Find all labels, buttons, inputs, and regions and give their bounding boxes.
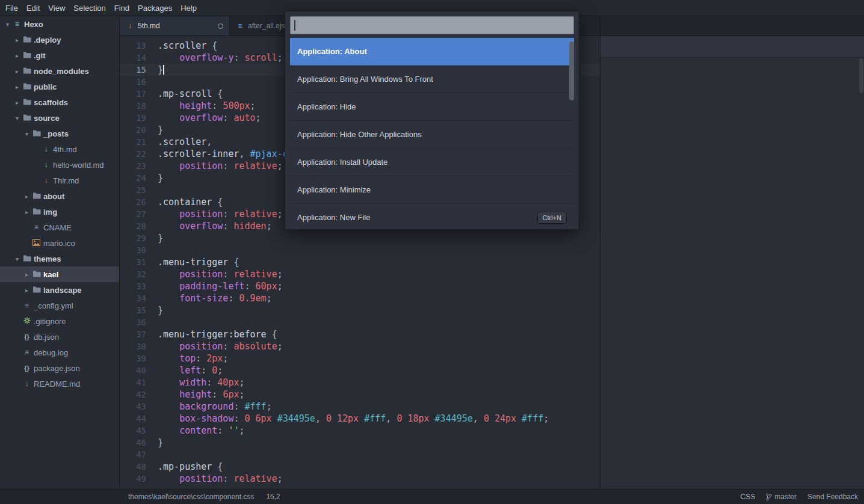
palette-item-application-bring-all-windows-to-front[interactable]: Application: Bring All Windows To Front bbox=[290, 66, 574, 93]
tree-item-config-yml[interactable]: ≡_config.yml bbox=[0, 298, 119, 313]
tree-item-deploy[interactable]: ▸.deploy bbox=[0, 32, 119, 48]
menu-item-edit[interactable]: Edit bbox=[22, 0, 44, 16]
code-line-41[interactable]: 41 width: 40px; bbox=[120, 376, 600, 389]
line-text: .menu-trigger:before { bbox=[146, 328, 277, 340]
tree-item-mario-ico[interactable]: mario.ico bbox=[0, 235, 119, 251]
line-text: padding-left: 60px; bbox=[146, 280, 283, 292]
code-line-35[interactable]: 35} bbox=[120, 304, 600, 316]
text-cursor bbox=[294, 20, 295, 31]
code-line-45[interactable]: 45 content: ''; bbox=[120, 425, 600, 437]
code-line-46[interactable]: 46} bbox=[120, 437, 600, 449]
code-line-44[interactable]: 44 box-shadow: 0 6px #34495e, 0 12px #ff… bbox=[120, 413, 600, 425]
file-tree: ▾≡Hexo▸.deploy▸.git▸node_modules▸public▸… bbox=[0, 16, 119, 392]
menu-item-view[interactable]: View bbox=[44, 0, 69, 16]
tree-item-scaffolds[interactable]: ▸scaffolds bbox=[0, 94, 119, 110]
git-branch[interactable]: master bbox=[766, 493, 797, 501]
grammar-indicator[interactable]: CSS bbox=[741, 493, 756, 501]
tree-item-hexo[interactable]: ▾≡Hexo bbox=[0, 16, 119, 32]
command-palette-input[interactable] bbox=[290, 16, 574, 34]
code-line-37[interactable]: 37.menu-trigger:before { bbox=[120, 328, 600, 340]
palette-item-application-hide-other-applications[interactable]: Application: Hide Other Applications bbox=[290, 121, 574, 149]
palette-item-application-about[interactable]: Application: About bbox=[290, 38, 574, 66]
palette-scrollbar[interactable] bbox=[569, 41, 574, 100]
tree-item-kael[interactable]: ▸kael bbox=[0, 266, 119, 282]
code-line-38[interactable]: 38 position: absolute; bbox=[120, 340, 600, 352]
status-bar: themes\kael\source\css\component.css 15,… bbox=[0, 489, 864, 504]
tree-item-themes[interactable]: ▾themes bbox=[0, 251, 119, 266]
code-line-39[interactable]: 39 top: 2px; bbox=[120, 352, 600, 364]
tab-5th-md[interactable]: ↓5th.md bbox=[120, 16, 230, 35]
tree-item-label: img bbox=[43, 207, 57, 217]
code-line-43[interactable]: 43 background: #fff; bbox=[120, 401, 600, 413]
tree-item-readme-md[interactable]: ↓README.md bbox=[0, 376, 119, 392]
code-line-29[interactable]: 29} bbox=[120, 232, 600, 244]
tree-item-db-json[interactable]: {}db.json bbox=[0, 329, 119, 345]
palette-item-label: Application: Bring All Windows To Front bbox=[297, 75, 433, 84]
tree-item-img[interactable]: ▸img bbox=[0, 204, 119, 220]
code-line-49[interactable]: 49 position: relative; bbox=[120, 473, 600, 485]
json-icon: {} bbox=[21, 364, 32, 372]
chevron-down-icon: ▾ bbox=[13, 256, 21, 262]
chevron-down-icon: ▾ bbox=[23, 131, 31, 137]
tree-item-label: CNAME bbox=[43, 223, 72, 232]
cursor-position[interactable]: 15,2 bbox=[266, 493, 280, 501]
line-text: content: ''; bbox=[146, 425, 245, 437]
line-number: 23 bbox=[120, 160, 146, 172]
menu-item-find[interactable]: Find bbox=[110, 0, 134, 16]
modified-indicator[interactable] bbox=[218, 23, 223, 29]
palette-item-application-hide[interactable]: Application: Hide bbox=[290, 93, 574, 121]
tree-item-package-json[interactable]: {}package.json bbox=[0, 360, 119, 376]
tree-item-debug-log[interactable]: ≡debug.log bbox=[0, 345, 119, 360]
tree-view-panel: ▾≡Hexo▸.deploy▸.git▸node_modules▸public▸… bbox=[0, 16, 120, 489]
code-line-47[interactable]: 47 bbox=[120, 449, 600, 461]
code-line-42[interactable]: 42 height: 6px; bbox=[120, 389, 600, 401]
tree-item-cname[interactable]: ≡CNAME bbox=[0, 220, 119, 235]
markdown-icon: ↓ bbox=[21, 380, 32, 387]
menu-item-file[interactable]: File bbox=[1, 0, 22, 16]
tree-item-landscape[interactable]: ▸landscape bbox=[0, 282, 119, 298]
palette-item-application-minimize[interactable]: Application: Minimize bbox=[290, 176, 574, 204]
line-text: width: 40px; bbox=[146, 376, 245, 389]
code-line-36[interactable]: 36 bbox=[120, 316, 600, 328]
line-number: 22 bbox=[120, 148, 146, 160]
code-line-40[interactable]: 40 left: 0; bbox=[120, 364, 600, 376]
tree-item-thir-md[interactable]: ↓Thir.md bbox=[0, 173, 119, 188]
palette-item-application-new-file[interactable]: Application: New FileCtrl+N bbox=[290, 204, 574, 230]
tree-item-label: landscape bbox=[43, 286, 82, 295]
code-line-48[interactable]: 48.mp-pusher { bbox=[120, 461, 600, 473]
right-editor-pane[interactable] bbox=[600, 16, 864, 489]
line-number: 13 bbox=[120, 40, 146, 52]
file-path: themes\kael\source\css\component.css bbox=[128, 493, 254, 501]
line-number: 15 bbox=[120, 64, 146, 76]
tree-item-node-modules[interactable]: ▸node_modules bbox=[0, 63, 119, 79]
line-text: background: #fff; bbox=[146, 401, 272, 413]
menu-item-packages[interactable]: Packages bbox=[134, 0, 176, 16]
tree-item-public[interactable]: ▸public bbox=[0, 79, 119, 94]
tree-item-git[interactable]: ▸.git bbox=[0, 48, 119, 63]
tree-item-label: public bbox=[34, 82, 57, 91]
tree-item-label: hello-world.md bbox=[53, 161, 104, 170]
line-number: 41 bbox=[120, 376, 146, 389]
palette-item-application-install-update[interactable]: Application: Install Update bbox=[290, 149, 574, 176]
code-line-30[interactable]: 30 bbox=[120, 244, 600, 256]
code-line-31[interactable]: 31.menu-trigger { bbox=[120, 256, 600, 268]
folder-icon bbox=[21, 67, 32, 75]
line-number: 40 bbox=[120, 364, 146, 376]
tree-item-label: README.md bbox=[34, 380, 80, 389]
send-feedback[interactable]: Send Feedback bbox=[807, 493, 858, 501]
menu-item-help[interactable]: Help bbox=[176, 0, 201, 16]
line-text bbox=[146, 184, 158, 196]
code-line-34[interactable]: 34 font-size: 0.9em; bbox=[120, 292, 600, 304]
folder-icon bbox=[21, 254, 32, 263]
tree-item-gitignore[interactable]: .gitignore bbox=[0, 313, 119, 329]
tree-item-4th-md[interactable]: ↓4th.md bbox=[0, 141, 119, 157]
code-line-33[interactable]: 33 padding-left: 60px; bbox=[120, 280, 600, 292]
code-line-32[interactable]: 32 position: relative; bbox=[120, 268, 600, 280]
right-scrollbar[interactable] bbox=[859, 58, 863, 93]
tree-item-posts[interactable]: ▾_posts bbox=[0, 126, 119, 141]
tree-item-source[interactable]: ▾source bbox=[0, 110, 119, 126]
line-text: overflow-y: scroll; bbox=[146, 52, 283, 64]
menu-item-selection[interactable]: Selection bbox=[69, 0, 110, 16]
tree-item-hello-world-md[interactable]: ↓hello-world.md bbox=[0, 157, 119, 173]
tree-item-about[interactable]: ▸about bbox=[0, 188, 119, 204]
